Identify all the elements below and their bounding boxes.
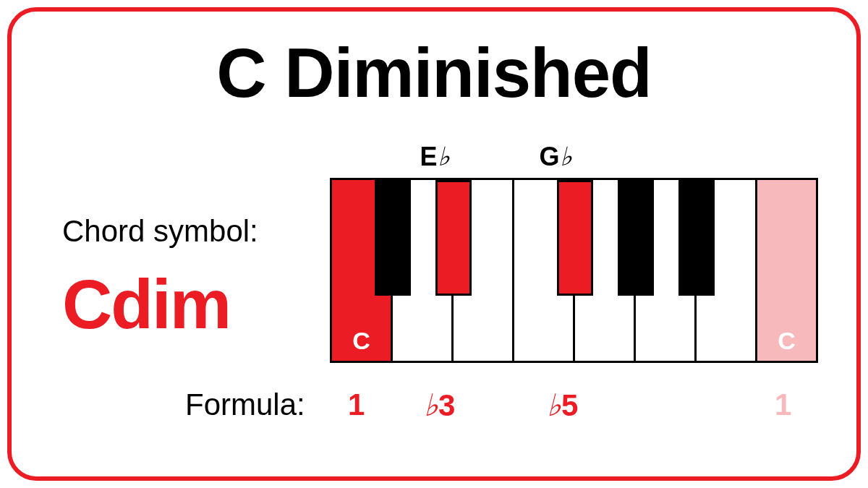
chord-symbol-label: Chord symbol:: [62, 214, 258, 249]
black-key-db: [375, 180, 411, 296]
formula-row: Formula: 1 ♭3 ♭5 1: [185, 388, 836, 431]
formula-root: 1: [348, 388, 365, 422]
formula-flat3-num: 3: [438, 388, 455, 422]
chord-card: C Diminished Chord symbol: Cdim E♭ G♭ C …: [7, 7, 861, 481]
black-key-labels: E♭ G♭: [330, 142, 816, 171]
black-key-eb: [435, 180, 472, 296]
black-key-ab: [618, 180, 654, 296]
flat-icon: ♭: [424, 389, 438, 422]
black-key-bb: [678, 180, 715, 296]
white-key-c-octave-label: C: [757, 327, 816, 355]
label-eb-letter: E: [420, 142, 437, 171]
chord-symbol: Cdim: [62, 265, 230, 344]
piano-keyboard: C C: [330, 178, 818, 363]
formula-flat3: ♭3: [424, 388, 455, 423]
formula-flat5: ♭5: [547, 388, 578, 423]
flat-icon: ♭: [438, 142, 450, 171]
chord-title: C Diminished: [12, 33, 856, 113]
black-key-gb: [557, 180, 593, 296]
label-gb: G♭: [527, 142, 584, 172]
formula-flat5-num: 5: [561, 388, 578, 422]
formula-octave: 1: [775, 388, 791, 422]
label-eb: E♭: [406, 142, 464, 172]
flat-icon: ♭: [547, 389, 561, 422]
formula-label: Formula:: [185, 388, 305, 422]
flat-icon: ♭: [560, 142, 572, 171]
white-key-c-label: C: [332, 327, 391, 355]
label-gb-letter: G: [539, 142, 559, 171]
white-key-c-octave: C: [757, 180, 818, 361]
